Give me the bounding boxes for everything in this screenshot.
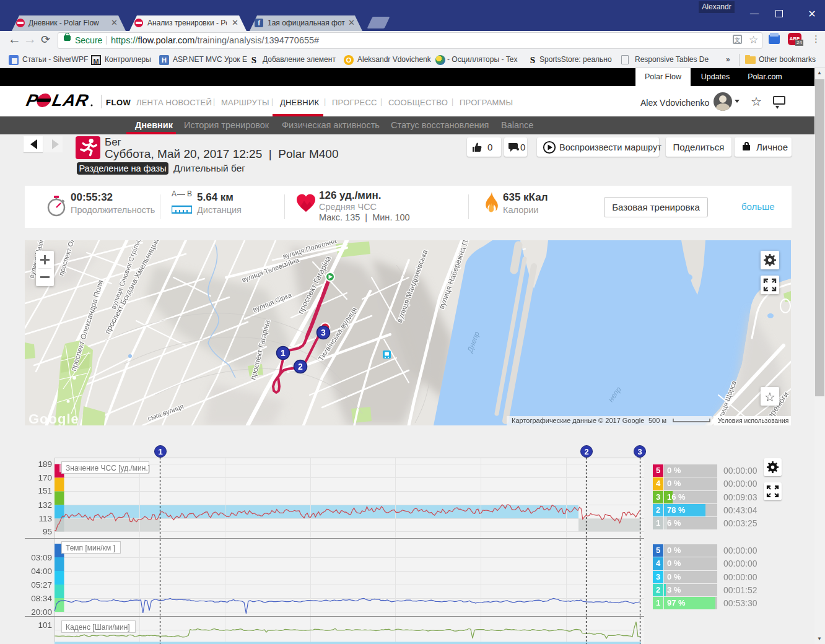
svg-text:101: 101 [38, 620, 52, 630]
svg-text:1: 1 [158, 447, 162, 456]
svg-text:04:00: 04:00 [31, 567, 52, 576]
svg-text:Значение ЧСС [уд./мин.]: Значение ЧСС [уд./мин.] [66, 464, 150, 472]
svg-text:113: 113 [38, 514, 52, 523]
svg-text:20:00: 20:00 [31, 607, 52, 617]
svg-text:3: 3 [637, 447, 642, 456]
svg-text:95: 95 [43, 527, 52, 536]
svg-text:Темп [мин/км ]: Темп [мин/км ] [66, 544, 115, 552]
svg-text:132: 132 [38, 500, 52, 510]
svg-text:Каденс [Шаги/мин]: Каденс [Шаги/мин] [66, 623, 130, 632]
svg-text:05:27: 05:27 [31, 580, 52, 590]
svg-text:03:09: 03:09 [31, 553, 52, 562]
svg-text:170: 170 [38, 473, 52, 482]
svg-text:189: 189 [38, 459, 52, 469]
svg-text:2: 2 [584, 447, 588, 456]
svg-text:151: 151 [38, 486, 52, 495]
svg-text:08:34: 08:34 [31, 594, 52, 603]
